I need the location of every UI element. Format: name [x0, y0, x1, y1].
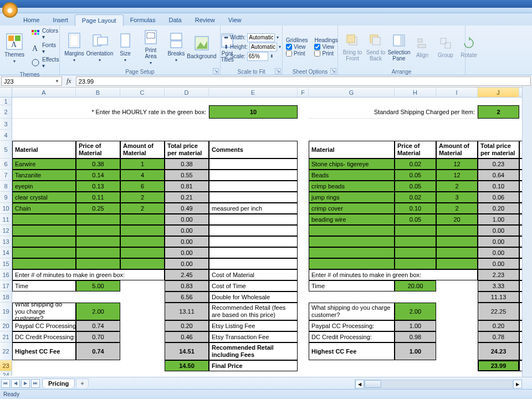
- sheet-nav-prev[interactable]: ◀: [11, 379, 20, 388]
- cell[interactable]: Paypal CC Processing:: [12, 320, 76, 331]
- cell[interactable]: Comments: [209, 141, 298, 158]
- row-header-8[interactable]: 8: [0, 181, 12, 192]
- themes-button[interactable]: A Themes ▾: [3, 32, 25, 65]
- tab-page-layout[interactable]: Page Layout: [75, 14, 124, 26]
- cell[interactable]: [309, 258, 395, 269]
- cell[interactable]: [436, 236, 478, 247]
- cell[interactable]: 2.00: [395, 303, 436, 320]
- cell[interactable]: 0.11: [76, 192, 120, 203]
- cell[interactable]: [436, 258, 478, 269]
- row-header-9[interactable]: 9: [0, 192, 12, 203]
- row-header-24[interactable]: 24: [0, 371, 12, 376]
- cell[interactable]: [209, 214, 298, 225]
- cell[interactable]: 24.23: [478, 342, 519, 360]
- cell[interactable]: [309, 225, 395, 236]
- printarea-button[interactable]: Print Area▾: [140, 27, 162, 66]
- cell[interactable]: [436, 225, 478, 236]
- cell[interactable]: Material: [12, 141, 76, 158]
- scale-input[interactable]: [247, 52, 268, 61]
- tab-home[interactable]: Home: [17, 14, 46, 25]
- cell[interactable]: 0.02: [395, 158, 436, 170]
- cell[interactable]: 22.25: [478, 303, 519, 320]
- cell[interactable]: [76, 247, 120, 258]
- cell[interactable]: What shipping do you charge customer?: [12, 303, 76, 320]
- col-header-E[interactable]: E: [209, 88, 298, 97]
- tab-data[interactable]: Data: [162, 14, 188, 25]
- cell[interactable]: What shipping do you charge customer?: [309, 303, 395, 320]
- cell[interactable]: 0.70: [76, 331, 120, 342]
- cell[interactable]: Recommended Retail including Fees: [209, 342, 298, 360]
- cell[interactable]: 0.05: [395, 214, 436, 225]
- rotate-button[interactable]: Rotate: [458, 34, 480, 59]
- cell[interactable]: [120, 258, 165, 269]
- col-header-C[interactable]: C: [120, 88, 165, 97]
- cell[interactable]: 13.11: [165, 303, 209, 320]
- cell[interactable]: 6.56: [165, 291, 209, 303]
- cell[interactable]: 0.46: [165, 331, 209, 342]
- cell[interactable]: 0.00: [478, 247, 519, 258]
- cell[interactable]: DC Credit Processing:: [12, 331, 76, 342]
- sheetopts-dialog-launcher[interactable]: ↘: [330, 68, 336, 74]
- cell[interactable]: Earwire: [12, 158, 76, 170]
- row-header-11[interactable]: 11: [0, 214, 12, 225]
- cell[interactable]: 0.00: [165, 214, 209, 225]
- cell[interactable]: 1.00: [395, 342, 436, 360]
- cell[interactable]: Highest CC Fee: [309, 342, 395, 360]
- sheet-tab-new[interactable]: ✦: [76, 378, 89, 388]
- cell[interactable]: 0.21: [165, 192, 209, 203]
- cell[interactable]: Enter # of minutes to make in green box:: [12, 269, 165, 280]
- row-header-10[interactable]: 10: [0, 203, 12, 214]
- cell[interactable]: [120, 214, 165, 225]
- cell[interactable]: Stone chips- tigereye: [309, 158, 395, 170]
- col-header-H[interactable]: H: [395, 88, 436, 97]
- cell[interactable]: 0.00: [478, 225, 519, 236]
- cell[interactable]: Beads: [309, 170, 395, 181]
- cell[interactable]: 1: [120, 158, 165, 170]
- cell[interactable]: Enter # of minutes to make in green box:: [309, 269, 478, 280]
- cell[interactable]: 6: [120, 181, 165, 192]
- hscroll-left[interactable]: ◀: [355, 380, 364, 388]
- cell[interactable]: Etsy Listing Fee: [209, 320, 298, 331]
- cell[interactable]: 0.64: [478, 170, 519, 181]
- cell[interactable]: 0.10: [478, 181, 519, 192]
- cell[interactable]: measured per inch: [209, 203, 298, 214]
- row-header-12[interactable]: 12: [0, 225, 12, 236]
- cell[interactable]: 2: [436, 203, 478, 214]
- row-headers[interactable]: 123456789101112131415161718192021222324: [0, 98, 12, 376]
- cell[interactable]: 0.02: [395, 192, 436, 203]
- gridlines-print-check[interactable]: Print: [286, 50, 308, 57]
- col-header-I[interactable]: I: [436, 88, 478, 97]
- cell[interactable]: 0.20: [478, 320, 519, 331]
- office-button[interactable]: ◉: [2, 2, 18, 18]
- row-header-20[interactable]: 20: [0, 320, 12, 331]
- cell[interactable]: 0.55: [165, 170, 209, 181]
- cell[interactable]: DC Credit Processing:: [309, 331, 395, 342]
- row-header-2[interactable]: 2: [0, 105, 12, 119]
- cell[interactable]: Paypal CC Processing:: [309, 320, 395, 331]
- cell[interactable]: [76, 236, 120, 247]
- size-button[interactable]: Size▾: [114, 30, 136, 64]
- cell[interactable]: 0.10: [395, 203, 436, 214]
- col-header-D[interactable]: D: [165, 88, 209, 97]
- sheet-nav-last[interactable]: ⏭: [31, 379, 40, 388]
- cell[interactable]: 0.20: [478, 203, 519, 214]
- cell[interactable]: Time: [12, 280, 76, 291]
- row-header-3[interactable]: 3: [0, 119, 12, 130]
- cell[interactable]: beading wire: [309, 214, 395, 225]
- row-header-19[interactable]: 19: [0, 303, 12, 320]
- themes-colors[interactable]: Colors ▾: [29, 27, 61, 41]
- cell[interactable]: 0.20: [165, 320, 209, 331]
- cell[interactable]: [209, 236, 298, 247]
- cell[interactable]: [395, 236, 436, 247]
- cell[interactable]: [309, 247, 395, 258]
- cell[interactable]: 0.00: [478, 236, 519, 247]
- margins-button[interactable]: Margins▾: [63, 30, 85, 64]
- row-header-4[interactable]: 4: [0, 130, 12, 141]
- cell[interactable]: Price of Material: [395, 141, 436, 158]
- row-header-14[interactable]: 14: [0, 247, 12, 258]
- tab-insert[interactable]: Insert: [46, 14, 75, 25]
- cell[interactable]: 0.38: [165, 158, 209, 170]
- cell[interactable]: 2: [120, 192, 165, 203]
- cell[interactable]: 0.38: [76, 158, 120, 170]
- row-header-15[interactable]: 15: [0, 258, 12, 269]
